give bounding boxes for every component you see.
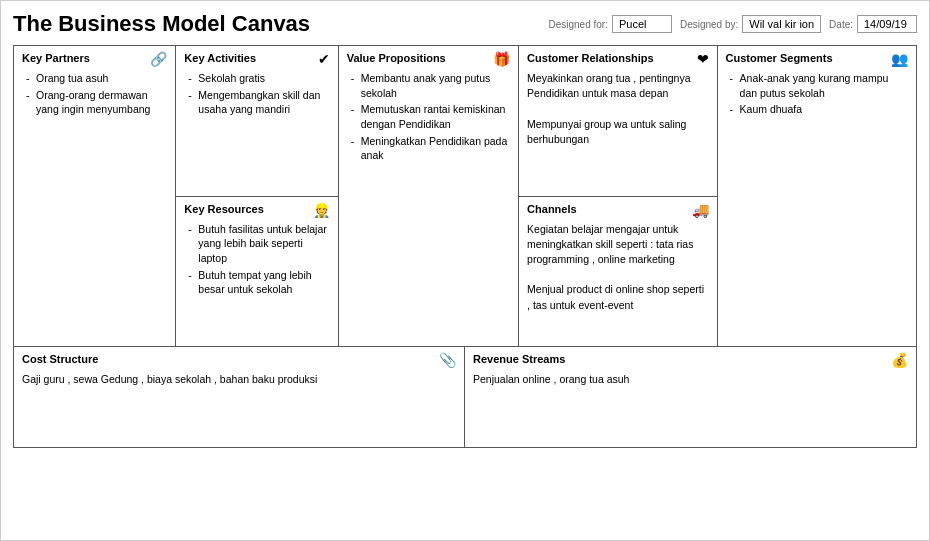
date-label: Date: bbox=[829, 19, 853, 30]
key-partners-cell: Key Partners 🔗 Orang tua asuh Orang-oran… bbox=[14, 46, 176, 346]
cost-structure-icon: 📎 bbox=[439, 353, 456, 367]
cost-structure-cell: Cost Structure 📎 Gaji guru , sewa Gedung… bbox=[14, 347, 465, 447]
key-partners-content: Orang tua asuh Orang-orang dermawan yang… bbox=[22, 71, 167, 117]
page-title: The Business Model Canvas bbox=[13, 11, 540, 37]
key-activities-cell: Key Activities ✔ Sekolah gratis Mengemba… bbox=[176, 46, 337, 197]
designed-for-label: Designed for: bbox=[548, 19, 607, 30]
customer-relationships-title: Customer Relationships bbox=[527, 52, 654, 64]
value-propositions-list: Membantu anak yang putus sekolah Memutus… bbox=[347, 71, 510, 163]
key-partners-list: Orang tua asuh Orang-orang dermawan yang… bbox=[22, 71, 167, 117]
customer-segments-icon: 👥 bbox=[891, 52, 908, 66]
channels-title: Channels bbox=[527, 203, 577, 215]
key-partners-icon: 🔗 bbox=[150, 52, 167, 66]
activities-resources-col: Key Activities ✔ Sekolah gratis Mengemba… bbox=[176, 46, 338, 346]
list-item: Sekolah gratis bbox=[188, 71, 329, 86]
channels-icon: 🚚 bbox=[692, 203, 709, 217]
channels-text: Kegiatan belajar mengajar untuk meningka… bbox=[527, 222, 708, 313]
value-propositions-cell: Value Propositions 🎁 Membantu anak yang … bbox=[339, 46, 519, 346]
list-item: Mengembangkan skill dan usaha yang mandi… bbox=[188, 88, 329, 117]
revenue-streams-title: Revenue Streams bbox=[473, 353, 565, 365]
list-item: Anak-anak yang kurang mampu dan putus se… bbox=[730, 71, 908, 100]
key-resources-list: Butuh fasilitas untuk belajar yang lebih… bbox=[184, 222, 329, 297]
key-resources-icon: 👷 bbox=[313, 203, 330, 217]
list-item: Orang tua asuh bbox=[26, 71, 167, 86]
revenue-streams-cell: Revenue Streams 💰 Penjualan online , ora… bbox=[465, 347, 916, 447]
designed-by-value: Wil val kir ion bbox=[742, 15, 821, 33]
customer-relationships-text: Meyakinkan orang tua , pentingnya Pendid… bbox=[527, 71, 708, 147]
value-propositions-title: Value Propositions bbox=[347, 52, 446, 64]
customer-segments-cell: Customer Segments 👥 Anak-anak yang kuran… bbox=[718, 46, 916, 346]
list-item: Orang-orang dermawan yang ingin menyumba… bbox=[26, 88, 167, 117]
cost-structure-title: Cost Structure bbox=[22, 353, 98, 365]
key-activities-list: Sekolah gratis Mengembangkan skill dan u… bbox=[184, 71, 329, 117]
list-item: Butuh fasilitas untuk belajar yang lebih… bbox=[188, 222, 329, 266]
cr-channels-col: Customer Relationships ❤ Meyakinkan oran… bbox=[519, 46, 717, 346]
key-partners-title: Key Partners bbox=[22, 52, 90, 64]
key-resources-title: Key Resources bbox=[184, 203, 264, 215]
key-activities-title: Key Activities bbox=[184, 52, 256, 64]
list-item: Butuh tempat yang lebih besar untuk seko… bbox=[188, 268, 329, 297]
revenue-streams-icon: 💰 bbox=[891, 353, 908, 367]
key-activities-icon: ✔ bbox=[318, 52, 330, 66]
customer-relationships-icon: ❤ bbox=[697, 52, 709, 66]
value-propositions-icon: 🎁 bbox=[493, 52, 510, 66]
customer-segments-list: Anak-anak yang kurang mampu dan putus se… bbox=[726, 71, 908, 117]
list-item: Kaum dhuafa bbox=[730, 102, 908, 117]
list-item: Memutuskan rantai kemiskinan dengan Pend… bbox=[351, 102, 510, 131]
revenue-streams-text: Penjualan online , orang tua asuh bbox=[473, 372, 908, 387]
designed-by-label: Designed by: bbox=[680, 19, 738, 30]
key-resources-cell: Key Resources 👷 Butuh fasilitas untuk be… bbox=[176, 197, 337, 347]
customer-segments-title: Customer Segments bbox=[726, 52, 833, 64]
list-item: Meningkatkan Pendidikan pada anak bbox=[351, 134, 510, 163]
date-value: 14/09/19 bbox=[857, 15, 917, 33]
list-item: Membantu anak yang putus sekolah bbox=[351, 71, 510, 100]
channels-cell: Channels 🚚 Kegiatan belajar mengajar unt… bbox=[519, 197, 716, 347]
cost-structure-text: Gaji guru , sewa Gedung , biaya sekolah … bbox=[22, 372, 456, 387]
designed-for-value: Pucel bbox=[612, 15, 672, 33]
customer-relationships-cell: Customer Relationships ❤ Meyakinkan oran… bbox=[519, 46, 716, 197]
